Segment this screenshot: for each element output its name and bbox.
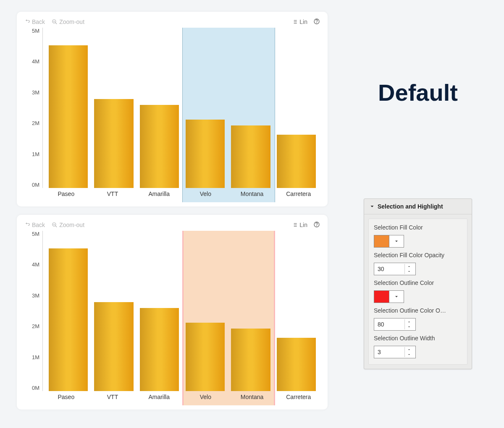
y-tick-label: 2M xyxy=(32,120,39,126)
lin-toggle[interactable]: Lin xyxy=(292,18,307,25)
picker-fill-color[interactable] xyxy=(374,235,404,248)
chevron-down-icon xyxy=(369,204,375,209)
spinner[interactable] xyxy=(404,319,413,329)
x-label: Paseo xyxy=(43,191,89,197)
y-tick-label: 3M xyxy=(32,292,39,299)
zoom-out-button[interactable]: Zoom-out xyxy=(52,222,84,228)
svg-point-21 xyxy=(317,226,317,226)
x-labels-1: PaseoVTTAmarillaVeloMontanaCarretera xyxy=(43,188,322,202)
svg-line-13 xyxy=(55,226,57,227)
chart-card-2: Back Zoom-out Lin xyxy=(17,215,328,410)
zoom-out-button[interactable]: Zoom-out xyxy=(52,18,84,25)
field-fill-opacity[interactable] xyxy=(374,266,404,272)
label-fill-opacity: Selection Fill Color Opacity xyxy=(374,252,462,258)
y-tick-label: 5M xyxy=(32,231,39,237)
bar-vtt[interactable] xyxy=(91,28,137,188)
back-label: Back xyxy=(32,18,45,25)
input-outline-width[interactable] xyxy=(374,346,416,358)
bar xyxy=(94,99,133,188)
input-fill-opacity[interactable] xyxy=(374,263,416,275)
x-label: Carretera xyxy=(275,394,322,400)
back-icon xyxy=(24,19,30,25)
y-tick-label: 2M xyxy=(32,323,39,329)
field-outline-opacity[interactable] xyxy=(374,321,404,328)
y-tick-label: 3M xyxy=(32,89,39,96)
bar-carretera[interactable] xyxy=(273,231,319,391)
lin-toggle[interactable]: Lin xyxy=(292,222,307,228)
zoom-out-label: Zoom-out xyxy=(59,222,84,228)
bar-velo[interactable] xyxy=(182,28,228,188)
svg-line-2 xyxy=(55,23,57,24)
bar xyxy=(140,105,179,188)
list-icon xyxy=(292,19,298,25)
back-button[interactable]: Back xyxy=(24,222,45,228)
x-label: Velo xyxy=(182,191,229,197)
lin-label: Lin xyxy=(299,18,307,25)
panel-title: Selection and Highlight xyxy=(378,203,443,210)
chevron-up-icon[interactable] xyxy=(405,319,413,324)
spinner[interactable] xyxy=(404,264,413,274)
swatch-outline-color xyxy=(374,291,389,303)
bar-amarilla[interactable] xyxy=(136,231,182,391)
y-axis: 5M4M3M2M1M0M xyxy=(23,28,43,202)
zoom-out-label: Zoom-out xyxy=(59,18,84,25)
x-label: Amarilla xyxy=(136,394,182,400)
bar-paseo[interactable] xyxy=(45,28,91,188)
zoom-out-icon xyxy=(52,19,58,25)
x-label: VTT xyxy=(89,394,136,400)
x-label: VTT xyxy=(89,191,136,197)
x-label: Montana xyxy=(229,191,276,197)
bar xyxy=(186,323,225,391)
plot-area-1[interactable]: PaseoVTTAmarillaVeloMontanaCarretera xyxy=(43,28,322,202)
y-tick-label: 5M xyxy=(32,28,39,34)
help-button[interactable] xyxy=(313,221,320,229)
plot-area-2[interactable]: PaseoVTTAmarillaVeloMontanaCarretera xyxy=(43,231,322,405)
input-outline-opacity[interactable] xyxy=(374,318,416,331)
y-tick-label: 1M xyxy=(32,354,39,360)
bar xyxy=(186,120,225,188)
chevron-down-icon[interactable] xyxy=(405,352,413,357)
field-outline-width[interactable] xyxy=(374,349,404,355)
bar-montana[interactable] xyxy=(228,28,274,188)
bar xyxy=(277,135,316,188)
x-label: Carretera xyxy=(275,191,322,197)
chevron-down-icon[interactable] xyxy=(405,269,413,274)
bar xyxy=(231,125,270,188)
label-outline-color: Selection Outline Color xyxy=(374,279,462,286)
y-tick-label: 4M xyxy=(32,58,39,65)
bar-amarilla[interactable] xyxy=(136,28,182,188)
label-outline-width: Selection Outline Width xyxy=(374,335,462,342)
swatch-fill-color xyxy=(374,235,389,247)
panel-header[interactable]: Selection and Highlight xyxy=(364,199,472,214)
label-fill-color: Selection Fill Color xyxy=(374,224,462,231)
y-ticks-2: 5M4M3M2M1M0M xyxy=(32,231,39,391)
bar xyxy=(49,45,88,188)
label-outline-opacity: Selection Outline Color O… xyxy=(374,307,462,314)
selection-highlight-panel: Selection and Highlight Selection Fill C… xyxy=(364,198,472,369)
x-label: Velo xyxy=(182,394,229,400)
list-icon xyxy=(292,222,298,228)
bar-vtt[interactable] xyxy=(91,231,137,391)
chevron-down-icon xyxy=(389,235,404,247)
chevron-up-icon[interactable] xyxy=(405,347,413,352)
bar-paseo[interactable] xyxy=(45,231,91,391)
spinner[interactable] xyxy=(404,347,413,357)
help-icon xyxy=(313,18,320,25)
zoom-out-icon xyxy=(52,222,58,228)
bars-container-2 xyxy=(43,231,322,391)
x-labels-2: PaseoVTTAmarillaVeloMontanaCarretera xyxy=(43,391,322,405)
back-button[interactable]: Back xyxy=(24,18,45,25)
x-label: Paseo xyxy=(43,394,89,400)
chevron-up-icon[interactable] xyxy=(405,264,413,269)
bar-montana[interactable] xyxy=(228,231,274,391)
picker-outline-color[interactable] xyxy=(374,290,404,303)
chart-toolbar: Back Zoom-out Lin xyxy=(23,219,322,231)
bar-velo[interactable] xyxy=(182,231,228,391)
bar-carretera[interactable] xyxy=(273,28,319,188)
y-axis: 5M4M3M2M1M0M xyxy=(23,231,43,405)
lin-label: Lin xyxy=(299,222,307,228)
chevron-down-icon[interactable] xyxy=(405,324,413,329)
x-label: Montana xyxy=(229,394,276,400)
help-button[interactable] xyxy=(313,18,320,26)
chart-toolbar: Back Zoom-out Lin xyxy=(23,16,322,28)
